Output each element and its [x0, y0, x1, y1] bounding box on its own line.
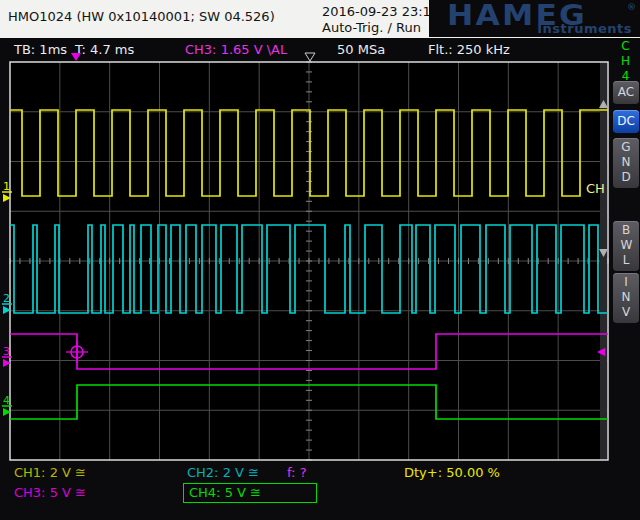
- ch1-scale-label: CH1: 2 V ≅: [14, 465, 86, 480]
- coupling-dc-button[interactable]: DC: [613, 110, 639, 133]
- oscilloscope-screen: HMO1024 (HW 0x10140001; SW 04.526) 2016-…: [0, 0, 640, 520]
- svg-text:3: 3: [3, 345, 10, 358]
- right-scroll-track[interactable]: [600, 62, 607, 460]
- ch2-scale-label: CH2: 2 V ≅: [187, 465, 259, 480]
- trigger-time-marker: [71, 53, 81, 61]
- ch4-scale-label: CH4: 5 V ≅: [189, 485, 261, 500]
- svg-text:4: 4: [3, 394, 10, 407]
- ch4-selected-scale-box[interactable]: CH4: 5 V ≅: [183, 483, 317, 503]
- svg-text:1: 1: [3, 180, 10, 193]
- ch3-scale-label: CH3: 5 V ≅: [14, 485, 86, 500]
- coupling-ac-button[interactable]: AC: [613, 81, 639, 104]
- bandwidth-limit-button[interactable]: BWL: [613, 221, 639, 271]
- svg-text:2: 2: [3, 292, 10, 305]
- freq-counter-label: f: ?: [287, 465, 307, 480]
- clipped-channel-label: CH: [586, 181, 605, 196]
- scope-display: 1234CH: [0, 0, 640, 520]
- coupling-gnd-button[interactable]: GND: [613, 138, 639, 188]
- sidebar-channel-label: CH4: [619, 39, 632, 84]
- reference-time-marker: [305, 53, 315, 61]
- duty-cycle-label: Dty+: 50.00 %: [404, 465, 500, 480]
- invert-button[interactable]: INV: [613, 273, 639, 323]
